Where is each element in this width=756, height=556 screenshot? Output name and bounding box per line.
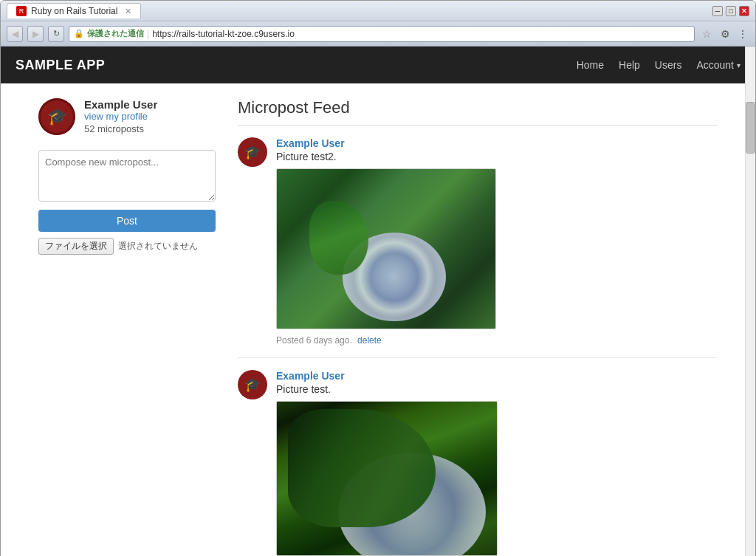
scrollbar[interactable] bbox=[745, 47, 755, 556]
browser-chrome: R Ruby on Rails Tutorial ✕ ─ □ ✕ ◀ ▶ ↻ 🔒… bbox=[0, 0, 756, 556]
post-avatar-icon-2: 🎓 bbox=[244, 377, 261, 393]
tab-favicon: R bbox=[16, 6, 27, 16]
tab-title-text: Ruby on Rails Tutorial bbox=[31, 6, 117, 16]
post-text-1: Picture test2. bbox=[276, 151, 718, 162]
account-label: Account bbox=[696, 59, 734, 71]
compose-area: Post ファイルを選択 選択されていません bbox=[38, 150, 216, 255]
reload-button[interactable]: ↻ bbox=[48, 26, 64, 42]
post-button[interactable]: Post bbox=[38, 210, 216, 232]
navbar: SAMPLE APP Home Help Users Account ▾ bbox=[1, 47, 755, 83]
tab-close-btn[interactable]: ✕ bbox=[125, 7, 131, 16]
nav-link-home[interactable]: Home bbox=[577, 59, 604, 71]
user-name: Example User bbox=[84, 98, 216, 111]
window-controls: ─ □ ✕ bbox=[712, 6, 749, 16]
lock-icon: 🔒 bbox=[74, 29, 84, 38]
bookmark-star-icon[interactable]: ☆ bbox=[699, 28, 715, 40]
post-image-2 bbox=[276, 401, 498, 556]
post-text-2: Picture test. bbox=[276, 383, 718, 395]
file-none-label: 選択されていません bbox=[118, 240, 198, 253]
browser-toolbar: ◀ ▶ ↻ 🔒 保護された通信 | https://rails-tutorial… bbox=[1, 21, 755, 47]
forward-button[interactable]: ▶ bbox=[27, 26, 44, 42]
account-dropdown[interactable]: Account ▾ bbox=[696, 59, 740, 71]
feed-section: Micropost Feed 🎓 Example User Picture te… bbox=[238, 98, 718, 556]
url-text: https://rails-tutorial-kt-zoe.c9users.io bbox=[152, 29, 295, 39]
post-image-1 bbox=[276, 168, 496, 329]
browser-titlebar: R Ruby on Rails Tutorial ✕ ─ □ ✕ bbox=[1, 1, 755, 21]
address-bar[interactable]: 🔒 保護された通信 | https://rails-tutorial-kt-zo… bbox=[69, 26, 695, 42]
navbar-nav: Home Help Users Account ▾ bbox=[577, 59, 740, 71]
nav-item-account: Account ▾ bbox=[696, 59, 740, 71]
nav-link-help[interactable]: Help bbox=[619, 59, 640, 71]
nav-item-home: Home bbox=[577, 59, 604, 71]
micropost-count: 52 microposts bbox=[84, 123, 216, 134]
post-meta-1: Posted 6 days ago. delete bbox=[276, 335, 718, 346]
post-body-2: Example User Picture test. bbox=[276, 370, 718, 556]
post-delete-link-1[interactable]: delete bbox=[357, 335, 382, 346]
address-separator: | bbox=[147, 29, 149, 39]
post-body-1: Example User Picture test2. Posted 6 day… bbox=[276, 137, 718, 346]
app-wrapper: SAMPLE APP Home Help Users Account ▾ bbox=[1, 47, 755, 556]
avatar: 🎓 bbox=[38, 98, 75, 135]
post-avatar-2: 🎓 bbox=[238, 370, 267, 399]
browser-tab[interactable]: R Ruby on Rails Tutorial ✕ bbox=[7, 3, 141, 18]
extensions-icon[interactable]: ⚙ bbox=[719, 28, 732, 40]
sidebar: 🎓 Example User view my profile 52 microp… bbox=[38, 98, 216, 556]
back-button[interactable]: ◀ bbox=[7, 26, 23, 42]
scrollbar-thumb[interactable] bbox=[746, 102, 755, 154]
nav-item-help: Help bbox=[619, 59, 640, 71]
user-info: 🎓 Example User view my profile 52 microp… bbox=[38, 98, 216, 135]
view-profile-link[interactable]: view my profile bbox=[84, 111, 216, 122]
file-select-button[interactable]: ファイルを選択 bbox=[38, 238, 114, 255]
feed-post-2: 🎓 Example User Picture test. bbox=[238, 370, 718, 556]
brand-link[interactable]: SAMPLE APP bbox=[16, 58, 105, 73]
maximize-button[interactable]: □ bbox=[726, 6, 736, 16]
nav-link-users[interactable]: Users bbox=[655, 59, 682, 71]
secure-text: 保護された通信 bbox=[87, 28, 144, 39]
compose-textarea[interactable] bbox=[38, 150, 216, 202]
nav-item-users: Users bbox=[655, 59, 682, 71]
post-timestamp-1: Posted 6 days ago. bbox=[276, 335, 352, 346]
feed-title: Micropost Feed bbox=[238, 98, 718, 126]
account-caret-icon: ▾ bbox=[737, 61, 740, 69]
post-username-1[interactable]: Example User bbox=[276, 137, 718, 149]
user-details: Example User view my profile 52 micropos… bbox=[84, 98, 216, 134]
main-content: 🎓 Example User view my profile 52 microp… bbox=[24, 83, 732, 556]
post-avatar-icon-1: 🎓 bbox=[244, 144, 261, 160]
minimize-button[interactable]: ─ bbox=[712, 6, 723, 16]
close-button[interactable]: ✕ bbox=[739, 6, 749, 16]
file-select-area: ファイルを選択 選択されていません bbox=[38, 238, 216, 255]
menu-icon[interactable]: ⋮ bbox=[736, 28, 749, 40]
avatar-icon: 🎓 bbox=[47, 107, 67, 126]
post-avatar-1: 🎓 bbox=[238, 137, 267, 167]
feed-post-1: 🎓 Example User Picture test2. Posted 6 d… bbox=[238, 137, 718, 358]
post-username-2[interactable]: Example User bbox=[276, 370, 718, 382]
